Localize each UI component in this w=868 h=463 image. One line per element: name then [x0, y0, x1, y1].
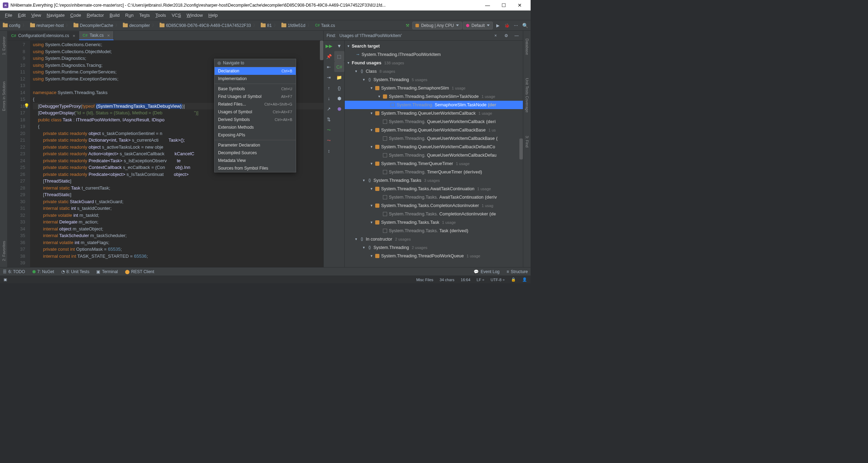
checkbox-icon[interactable] — [390, 102, 395, 107]
menu-item[interactable]: Exposing APIs — [215, 131, 296, 139]
caret-icon[interactable]: ▼ — [370, 84, 373, 92]
bottom-rest[interactable]: ⬤REST Client — [125, 269, 154, 274]
code-line[interactable]: internal Delegate m_action; — [33, 219, 323, 226]
bottom-unittests[interactable]: ◔8: Unit Tests — [61, 269, 90, 274]
menu-build[interactable]: Build — [107, 13, 122, 18]
expand-icon[interactable]: ⇥ — [324, 72, 334, 83]
menu-item[interactable]: Find Usages of SymbolAlt+F7 — [215, 93, 296, 100]
tool-coverage[interactable]: Unit Tests Coverage — [525, 75, 529, 115]
tree-node[interactable]: ▼System.Threading.SemaphoreSlim1 usage — [345, 84, 523, 92]
diff-icon[interactable]: ⤳ — [324, 135, 334, 145]
checkbox-icon[interactable] — [383, 228, 387, 233]
lock-icon[interactable]: 🔒 — [511, 277, 516, 282]
editor-scrollbar[interactable] — [320, 41, 323, 60]
breadcrumb-item[interactable]: C#Task.cs — [314, 23, 336, 28]
caret-icon[interactable]: ▼ — [370, 252, 373, 260]
menu-tools[interactable]: Tools — [153, 13, 169, 18]
status-icon[interactable]: ▣ — [4, 277, 7, 282]
maximize-button[interactable]: ☐ — [496, 0, 512, 10]
menu-help[interactable]: Help — [205, 13, 220, 18]
tree-node[interactable]: System.Threading. QueueUserWorkItemCallb… — [345, 151, 523, 159]
caret-icon[interactable]: ▼ — [378, 92, 381, 101]
menu-item[interactable]: Implementation — [215, 75, 296, 83]
tool-database[interactable]: Database — [525, 36, 529, 58]
tool-errors[interactable]: Errors in Solution — [2, 79, 6, 114]
status-linesep[interactable]: LF ÷ — [477, 278, 484, 282]
tree-node[interactable]: ▼{}System.Threading.Tasks3 usages — [345, 176, 523, 185]
tree-node[interactable]: ▼System.Threading.QueueUserWorkItemCallb… — [345, 126, 523, 134]
menu-item[interactable]: Base SymbolsCtrl+U — [215, 85, 296, 93]
tool-find[interactable]: 3: Find — [525, 133, 529, 150]
caret-icon[interactable]: ▼ — [355, 67, 358, 76]
tree-found[interactable]: ▼ Found usages 138 usages — [345, 59, 523, 67]
tree-node[interactable]: ▼System.Threading.Tasks.Task1 usage — [345, 218, 523, 227]
bottom-todo[interactable]: ☰6: TODO — [3, 269, 25, 274]
tree-node[interactable]: ▼System.Threading.QueueUserWorkItemCallb… — [345, 109, 523, 117]
gear-icon[interactable]: ⚙ — [503, 32, 510, 39]
caret-icon[interactable]: ▼ — [370, 159, 373, 168]
checkbox-icon[interactable] — [383, 212, 387, 216]
default-config-selector[interactable]: ⬢ Default — [463, 22, 493, 29]
checkbox-icon[interactable] — [383, 119, 387, 124]
code-line[interactable]: private volatile int m_taskId; — [33, 212, 323, 219]
close-icon[interactable]: × — [107, 33, 110, 38]
tool-favorites[interactable]: 2: Favorites — [2, 238, 6, 264]
tree-node[interactable]: System.Threading. SemaphoreSlim.TaskNode… — [345, 101, 523, 109]
bottom-nuget[interactable]: ⬢7: NuGet — [32, 269, 54, 274]
minimize-icon[interactable]: — — [513, 32, 520, 39]
menu-navigate[interactable]: Navigate — [44, 13, 67, 18]
tree-node[interactable]: System.Threading.Tasks. Task (derived) — [345, 227, 523, 235]
tree-node[interactable]: ▼System.Threading.TimerQueueTimer1 usage — [345, 159, 523, 168]
menu-file[interactable]: File — [2, 13, 15, 18]
export-icon[interactable]: ↗ — [324, 104, 334, 114]
more-run-icon[interactable]: ⋯ — [512, 21, 520, 30]
menu-window[interactable]: Window — [184, 13, 205, 18]
menu-code[interactable]: Code — [68, 13, 84, 18]
down-icon[interactable]: ↓ — [324, 93, 334, 104]
close-icon[interactable]: × — [492, 32, 499, 39]
code-line[interactable]: internal TaskScheduler m_taskScheduler; — [33, 232, 323, 239]
tree-node[interactable]: System.Threading. QueueUserWorkItemCallb… — [345, 117, 523, 126]
tree-node[interactable]: System.Threading. TimerQueueTimer (deriv… — [345, 168, 523, 176]
code-line[interactable]: internal volatile int m_stateFlags; — [33, 239, 323, 246]
close-button[interactable]: ✕ — [512, 0, 528, 10]
search-icon[interactable]: 🔍 — [521, 21, 529, 30]
caret-icon[interactable]: ▼ — [370, 109, 373, 117]
code-line[interactable]: private static StackGuard t_stackGuard; — [33, 198, 323, 205]
tree-node[interactable]: ▼System.Threading.SemaphoreSlim+TaskNode… — [345, 92, 523, 101]
caret-icon[interactable]: ▼ — [370, 201, 373, 210]
tree-node[interactable]: ▼System.Threading.Tasks.AwaitTaskContinu… — [345, 185, 523, 193]
checkbox-icon[interactable] — [383, 136, 387, 141]
folder-icon[interactable]: 📁 — [334, 72, 345, 83]
code-line[interactable]: internal object m_stateObject; — [33, 226, 323, 233]
menu-run[interactable]: Run — [122, 13, 136, 18]
rerun-icon[interactable]: ▶▶ — [324, 41, 334, 51]
breadcrumb-item[interactable]: 6D85C908-D676-49C8-A469-C19A74522F33〉 — [158, 22, 259, 28]
tree-node[interactable]: ▼{}System.Threading2 usages — [345, 243, 523, 252]
checkbox-icon[interactable] — [383, 170, 387, 174]
breadcrumb-item[interactable]: resharper-host〉 — [29, 22, 72, 28]
code-line[interactable]: internal const int TASK_STATE_STARTED = … — [33, 253, 323, 260]
caret-icon[interactable]: ▼ — [362, 176, 366, 185]
code-line[interactable]: using System.Collections.ObjectModel; — [33, 48, 323, 55]
tool-explorer[interactable]: 1: Explorer — [2, 34, 6, 58]
merge-icon[interactable]: ⤳ — [324, 124, 334, 135]
bottom-terminal[interactable]: ▣Terminal — [96, 269, 118, 274]
tree-node[interactable]: System.Threading. QueueUserWorkItemCallb… — [345, 134, 523, 143]
menu-item[interactable]: Extension Methods — [215, 123, 296, 131]
menu-view[interactable]: View — [28, 13, 44, 18]
tab-config-extensions[interactable]: C#ConfigurationExtensions.cs× — [8, 31, 79, 40]
menu-refactor[interactable]: Refactor — [84, 13, 107, 18]
menu-item[interactable]: Derived SymbolsCtrl+Alt+B — [215, 116, 296, 123]
menu-vcs[interactable]: VCS — [169, 13, 184, 18]
debug-button[interactable]: 🐞 — [503, 21, 511, 30]
minimize-button[interactable]: — — [479, 0, 496, 10]
layout-icon[interactable]: ⬚ — [334, 51, 345, 62]
code-line[interactable]: internal static Task t_currentTask; — [33, 185, 323, 192]
find-scrollbar[interactable] — [519, 138, 523, 159]
up-icon[interactable]: ↑ — [324, 83, 334, 93]
pin-icon[interactable]: 📌 — [324, 51, 334, 62]
menu-item[interactable]: Sources from Symbol Files — [215, 164, 296, 172]
tree-node[interactable]: ▼System.Threading.Tasks.CompletionAction… — [345, 201, 523, 210]
code-line[interactable]: [ThreadStatic] — [33, 178, 323, 185]
